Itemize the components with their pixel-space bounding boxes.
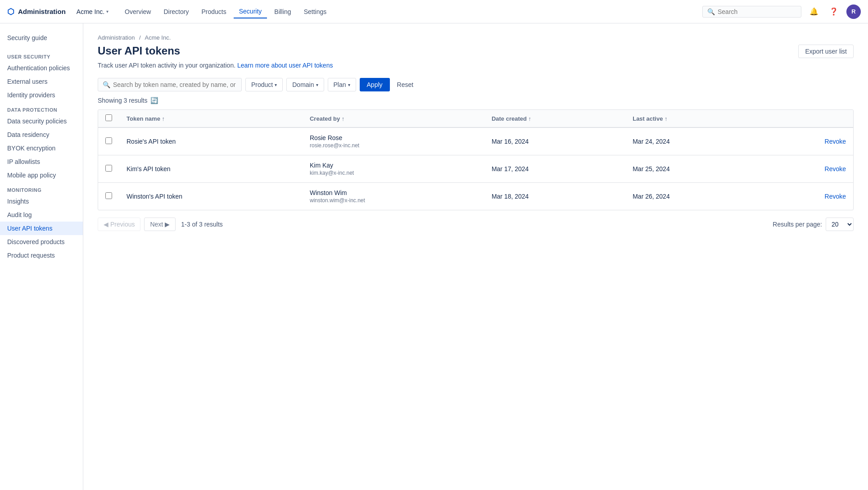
- breadcrumb-org[interactable]: Acme Inc.: [145, 34, 171, 41]
- nav-overview[interactable]: Overview: [119, 5, 156, 18]
- token-search-input[interactable]: [113, 81, 237, 88]
- per-page-control: Results per page: 20 50 100: [773, 218, 854, 231]
- apply-button[interactable]: Apply: [360, 78, 390, 91]
- product-filter-chevron-icon: ▾: [275, 82, 277, 87]
- plan-filter-chevron-icon: ▾: [348, 82, 350, 87]
- org-selector[interactable]: Acme Inc. ▾: [77, 8, 108, 15]
- page-info: 1-3 of 3 results: [181, 221, 223, 228]
- logo-text: Administration: [18, 8, 66, 15]
- sidebar-item-security-guide[interactable]: Security guide: [0, 31, 83, 45]
- avatar[interactable]: R: [846, 5, 861, 19]
- sidebar-item-mobile-app[interactable]: Mobile app policy: [0, 168, 83, 182]
- refresh-icon[interactable]: 🔄: [150, 97, 158, 104]
- nav-directory[interactable]: Directory: [158, 5, 194, 18]
- sidebar-section-data-protection: Data Protection: [0, 102, 83, 114]
- select-all-checkbox[interactable]: [105, 114, 112, 121]
- top-links: Overview Directory Products Security Bil…: [119, 5, 332, 18]
- help-icon[interactable]: ❓: [827, 5, 841, 19]
- breadcrumb-sep: /: [139, 34, 141, 41]
- revoke-button-2[interactable]: Revoke: [825, 193, 846, 200]
- sidebar-section-monitoring: Monitoring: [0, 182, 83, 195]
- header-action: [760, 110, 853, 127]
- previous-button[interactable]: ◀ Previous: [98, 218, 140, 231]
- previous-label: Previous: [110, 221, 135, 228]
- nav-settings[interactable]: Settings: [298, 5, 332, 18]
- row-checkbox-2[interactable]: [105, 192, 112, 199]
- sidebar-item-auth-policies[interactable]: Authentication policies: [0, 61, 83, 75]
- last-active-cell: Mar 26, 2024: [625, 183, 760, 210]
- search-icon: 🔍: [103, 81, 110, 88]
- header-date-created: Date created ↑: [484, 110, 625, 127]
- product-filter-label: Product: [251, 81, 273, 88]
- page-header: User API tokens Export user list: [98, 45, 854, 58]
- results-text: Showing 3 results: [98, 97, 148, 104]
- org-name: Acme Inc.: [77, 8, 104, 15]
- per-page-select[interactable]: 20 50 100: [826, 218, 854, 231]
- filters-bar: 🔍 Product ▾ Domain ▾ Plan ▾ Apply Reset: [98, 78, 854, 91]
- header-created-by: Created by ↑: [303, 110, 484, 127]
- next-arrow-icon: ▶: [165, 221, 170, 228]
- revoke-button-0[interactable]: Revoke: [825, 138, 846, 145]
- row-checkbox-0[interactable]: [105, 137, 112, 144]
- date-created-cell: Mar 18, 2024: [484, 183, 625, 210]
- action-cell: Revoke: [760, 155, 853, 183]
- revoke-button-1[interactable]: Revoke: [825, 165, 846, 172]
- sidebar-item-ip-allowlists[interactable]: IP allowlists: [0, 155, 83, 168]
- tokens-table: Token name ↑ Created by ↑ Date created ↑…: [98, 109, 854, 210]
- export-user-list-button[interactable]: Export user list: [798, 45, 854, 58]
- domain-filter-chevron-icon: ▾: [316, 82, 318, 87]
- domain-filter-button[interactable]: Domain ▾: [286, 78, 324, 91]
- search-icon: 🔍: [707, 8, 715, 15]
- topnav-right: 🔍 🔔 ❓ R: [702, 5, 861, 19]
- header-token-name: Token name ↑: [119, 110, 303, 127]
- domain-filter-label: Domain: [292, 81, 314, 88]
- sidebar-item-audit-log[interactable]: Audit log: [0, 208, 83, 222]
- sidebar: Security guide User Security Authenticat…: [0, 23, 83, 490]
- next-label: Next: [150, 221, 163, 228]
- last-active-cell: Mar 24, 2024: [625, 127, 760, 155]
- row-checkbox-col: [98, 127, 119, 155]
- product-filter-button[interactable]: Product ▾: [245, 78, 283, 91]
- notifications-icon[interactable]: 🔔: [807, 5, 821, 19]
- prev-arrow-icon: ◀: [104, 221, 108, 228]
- action-cell: Revoke: [760, 127, 853, 155]
- last-active-cell: Mar 25, 2024: [625, 155, 760, 183]
- nav-billing[interactable]: Billing: [269, 5, 296, 18]
- org-dropdown-icon: ▾: [106, 9, 108, 14]
- page-title: User API tokens: [98, 45, 180, 57]
- nav-products[interactable]: Products: [196, 5, 231, 18]
- row-checkbox-1[interactable]: [105, 165, 112, 172]
- header-checkbox-col: [98, 110, 119, 127]
- creator-cell: Winston Wim winston.wim@x-inc.net: [303, 183, 484, 210]
- sidebar-item-insights[interactable]: Insights: [0, 195, 83, 208]
- row-checkbox-col: [98, 155, 119, 183]
- creator-cell: Kim Kay kim.kay@x-inc.net: [303, 155, 484, 183]
- sidebar-item-identity-providers[interactable]: Identity providers: [0, 88, 83, 102]
- plan-filter-label: Plan: [334, 81, 346, 88]
- atlassian-icon: ⬡: [7, 7, 14, 17]
- global-search[interactable]: 🔍: [702, 6, 801, 18]
- search-input[interactable]: [718, 8, 796, 15]
- action-cell: Revoke: [760, 183, 853, 210]
- sidebar-item-data-residency[interactable]: Data residency: [0, 128, 83, 141]
- token-name-cell: Kim's API token: [119, 155, 303, 183]
- sidebar-item-byok[interactable]: BYOK encryption: [0, 141, 83, 155]
- plan-filter-button[interactable]: Plan ▾: [328, 78, 356, 91]
- sidebar-item-data-security[interactable]: Data security policies: [0, 114, 83, 128]
- results-count: Showing 3 results 🔄: [98, 97, 854, 104]
- nav-security[interactable]: Security: [234, 5, 267, 18]
- topnav: ⬡ Administration Acme Inc. ▾ Overview Di…: [0, 0, 868, 23]
- token-search-box[interactable]: 🔍: [98, 78, 242, 91]
- token-name-cell: Winston's API token: [119, 183, 303, 210]
- row-checkbox-col: [98, 183, 119, 210]
- layout: Security guide User Security Authenticat…: [0, 23, 868, 490]
- sidebar-item-user-api-tokens[interactable]: User API tokens: [0, 222, 83, 235]
- next-button[interactable]: Next ▶: [144, 218, 176, 231]
- reset-button[interactable]: Reset: [393, 78, 417, 91]
- sidebar-item-external-users[interactable]: External users: [0, 75, 83, 88]
- breadcrumb-admin[interactable]: Administration: [98, 34, 135, 41]
- sidebar-item-discovered-products[interactable]: Discovered products: [0, 235, 83, 249]
- learn-more-link[interactable]: Learn more about user API tokens: [237, 62, 333, 69]
- breadcrumb: Administration / Acme Inc.: [98, 34, 854, 41]
- sidebar-item-product-requests[interactable]: Product requests: [0, 249, 83, 262]
